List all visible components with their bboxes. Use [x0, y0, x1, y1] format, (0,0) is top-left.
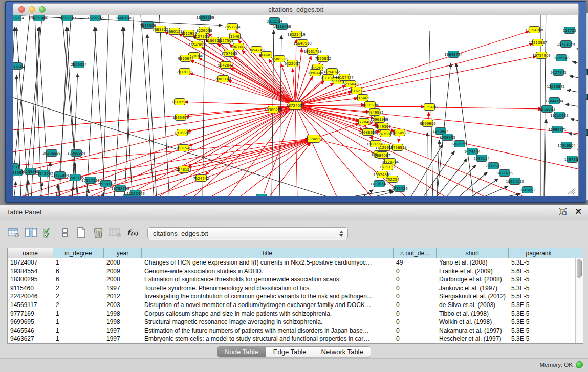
graph-node[interactable]: 9245652 — [519, 187, 535, 193]
table-row[interactable]: 911546021997Tourette syndrome. Phenomeno… — [8, 284, 583, 293]
column-header-short[interactable]: short — [437, 248, 509, 258]
graph-node[interactable]: 1916680 — [174, 129, 190, 136]
table-row[interactable]: 1456911722003Disruption of a novel membe… — [8, 301, 583, 310]
graph-node[interactable]: 2718126 — [177, 69, 193, 75]
graph-node[interactable]: 20206586 — [42, 150, 61, 157]
column-header-in_degree[interactable]: in_degree — [53, 248, 104, 258]
table-row[interactable]: 969969511998Structural magnetic resonanc… — [8, 318, 583, 326]
graph-node[interactable]: 9699695 — [420, 120, 435, 127]
show-columns-icon[interactable] — [25, 226, 38, 240]
graph-node[interactable]: 17016504 — [557, 142, 576, 149]
table-row[interactable]: 977716911998Corpus callosum shape and si… — [8, 310, 583, 318]
table-row[interactable]: 1872400712008Changes of HCN gene express… — [8, 258, 583, 267]
graph-node[interactable]: 16961758 — [303, 48, 322, 55]
graph-node[interactable]: 1546 — [230, 33, 241, 40]
svg-text:8757685: 8757685 — [221, 52, 237, 56]
graph-node[interactable]: 2905334 — [71, 61, 87, 68]
graph-node[interactable]: 9242844 — [217, 62, 234, 69]
graph-node[interactable]: 2055724 — [13, 15, 24, 21]
delete-table-icon[interactable] — [108, 226, 122, 240]
graph-node[interactable]: 8660123 — [166, 28, 182, 35]
tab-node-table[interactable]: Node Table — [217, 347, 266, 357]
graph-node[interactable]: 17359924 — [67, 150, 85, 157]
table-cell: 19384554 — [8, 267, 53, 276]
close-panel-icon[interactable]: ✕ — [575, 207, 582, 216]
graph-node[interactable]: 15751074 — [557, 41, 575, 48]
graph-node[interactable]: 12444194 — [545, 98, 563, 104]
graph-node[interactable]: 2053102 — [13, 63, 25, 70]
column-header-pagerank[interactable]: pagerank — [509, 248, 569, 258]
table-cell: 0 — [394, 335, 437, 343]
table-row[interactable]: 1938455462009Genome-wide association stu… — [8, 267, 583, 276]
graph-node[interactable]: 18724007 — [286, 102, 304, 110]
graph-node[interactable]: 10653287 — [58, 15, 76, 21]
column-header-year[interactable]: year — [104, 248, 142, 258]
graph-node[interactable]: 7524542 — [193, 175, 209, 182]
graph-node[interactable]: 19734903 — [532, 52, 551, 59]
graph-node[interactable]: 8471676 — [496, 170, 513, 177]
table-scrollbar[interactable] — [575, 258, 583, 343]
graph-node[interactable]: 7955812 — [315, 55, 331, 62]
row-height-icon[interactable] — [58, 226, 72, 240]
graph-node[interactable]: 19384554 — [304, 135, 323, 143]
graph-node[interactable]: 20891406 — [30, 15, 48, 21]
graph-node[interactable]: 111725 — [563, 27, 577, 34]
graph-node[interactable]: 6879197 — [451, 141, 467, 147]
graph-node[interactable]: 1640954 — [432, 128, 449, 135]
svg-text:20206586: 20206586 — [42, 151, 61, 156]
network-canvas[interactable]: 2055724208914061065328715276028466160751… — [13, 15, 579, 196]
delete-entries-icon[interactable] — [92, 226, 105, 240]
column-header-out_de[interactable]: △out_de... — [394, 248, 437, 258]
graph-node[interactable]: 16648784 — [444, 51, 463, 58]
function-builder-icon[interactable]: f(x) — [126, 226, 139, 240]
column-header-title[interactable]: title — [142, 248, 394, 258]
graph-node[interactable]: 1167533 — [564, 156, 579, 163]
graph-node[interactable]: 946362 — [122, 195, 136, 197]
graph-node[interactable]: 7932621 — [485, 163, 501, 169]
graph-node[interactable]: 2935114 — [473, 155, 490, 162]
table-row[interactable]: 1830029562008Estimation of significance … — [8, 275, 583, 284]
graph-node[interactable]: 16053809 — [196, 15, 214, 21]
graph-node[interactable]: 104445 — [255, 194, 269, 197]
svg-text:19654923: 19654923 — [390, 131, 409, 135]
graph-node[interactable]: 19756928 — [388, 144, 407, 151]
create-table-icon[interactable] — [75, 226, 88, 240]
graph-node[interactable]: 6794022 — [324, 69, 340, 75]
tab-edge-table[interactable]: Edge Table — [266, 347, 314, 357]
graph-node[interactable]: 16210643 — [550, 112, 569, 119]
table-row[interactable]: 946362711997Embryonic stem cells: a mode… — [8, 335, 583, 343]
select-columns-icon[interactable] — [42, 226, 55, 240]
column-header-name[interactable]: name — [8, 248, 53, 258]
table-settings-icon[interactable] — [7, 226, 20, 240]
memory-ok-indicator-icon[interactable] — [576, 361, 583, 368]
graph-node[interactable]: 8226058 — [196, 27, 212, 34]
graph-node[interactable]: 14849582 — [365, 109, 384, 116]
table-cell: Structural magnetic resonance image aver… — [142, 318, 394, 326]
graph-node[interactable]: 1527602 — [87, 15, 103, 21]
graph-node[interactable]: 18325419 — [287, 31, 306, 38]
graph-node[interactable]: 1810754 — [171, 99, 188, 105]
graph-node[interactable]: 7857224 — [224, 24, 241, 30]
graph-node[interactable]: 14895786 — [361, 102, 379, 108]
graph-node[interactable]: 9474444 — [464, 148, 481, 155]
float-panel-icon[interactable] — [558, 208, 568, 217]
table-selector-combobox[interactable]: citations_edges.txt — [147, 227, 348, 239]
graph-node[interactable]: 8938913 — [439, 134, 455, 141]
table-row[interactable]: 946554611997Estimation of the future num… — [8, 326, 583, 335]
scrollbar-thumb[interactable] — [577, 259, 582, 278]
table-row[interactable]: 2242004622012Investigating the contribut… — [8, 292, 583, 301]
resize-grip-icon[interactable] — [567, 187, 576, 194]
graph-node[interactable]: 9129946 — [553, 55, 570, 61]
graph-node[interactable]: 10654112 — [506, 178, 524, 185]
graph-node[interactable]: 1733426 — [391, 185, 408, 192]
graph-node[interactable]: 12093872 — [547, 83, 565, 90]
table-cell: 1 — [53, 318, 104, 326]
graph-node[interactable]: 2867608 — [230, 43, 246, 50]
tab-network-table[interactable]: Network Table — [314, 347, 371, 357]
graph-node[interactable]: 915469 — [356, 95, 370, 101]
graph-node[interactable]: 9115460 — [421, 104, 437, 111]
graph-node[interactable]: 9227343 — [550, 69, 566, 76]
window-title-bar[interactable]: citations_edges.txt — [13, 3, 579, 15]
graph-node[interactable]: 12213987 — [529, 39, 547, 46]
graph-node[interactable]: 9215953 — [539, 106, 555, 113]
